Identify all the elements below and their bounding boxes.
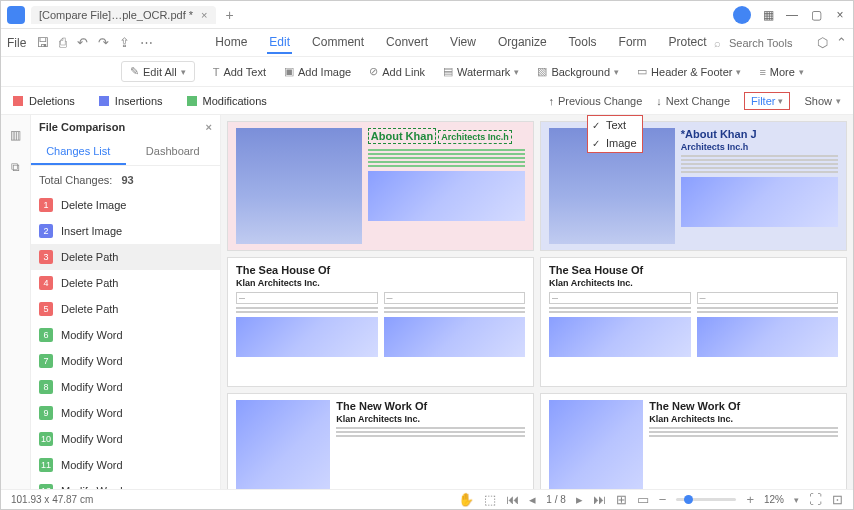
close-tab-icon[interactable]: × [201, 9, 207, 21]
change-number: 10 [39, 432, 53, 446]
building-image [549, 400, 643, 491]
view-mode-icon[interactable]: ▭ [637, 492, 649, 507]
change-item[interactable]: 8Modify Word [31, 374, 220, 400]
background-button[interactable]: ▧Background▾ [537, 65, 619, 78]
building-image [697, 317, 839, 357]
first-page-icon[interactable]: ⏮ [506, 492, 519, 507]
last-page-icon[interactable]: ⏭ [593, 492, 606, 507]
next-page-icon[interactable]: ▸ [576, 492, 583, 507]
redo-icon[interactable]: ↷ [98, 35, 109, 50]
change-item[interactable]: 7Modify Word [31, 348, 220, 374]
change-item[interactable]: 2Insert Image [31, 218, 220, 244]
more-icon[interactable]: ⋯ [140, 35, 153, 50]
change-item[interactable]: 3Delete Path [31, 244, 220, 270]
more-button[interactable]: ≡More▾ [759, 66, 803, 78]
maximize-icon[interactable]: ▢ [809, 8, 823, 22]
legend-modifications: Modifications [187, 95, 267, 107]
menu-protect[interactable]: Protect [667, 32, 709, 54]
fullscreen-icon[interactable]: ⛶ [809, 492, 822, 507]
page-title: The Sea House Of [236, 264, 525, 276]
undo-icon[interactable]: ↶ [77, 35, 88, 50]
page-indicator[interactable]: 1 / 8 [546, 494, 565, 505]
menu-organize[interactable]: Organize [496, 32, 549, 54]
tab-dashboard[interactable]: Dashboard [126, 139, 221, 165]
prev-page-icon[interactable]: ◂ [529, 492, 536, 507]
tab-changes-list[interactable]: Changes List [31, 139, 126, 165]
close-window-icon[interactable]: × [833, 8, 847, 22]
edit-all-button[interactable]: ✎ Edit All ▾ [121, 61, 195, 82]
change-label: Delete Path [61, 277, 118, 289]
expand-icon[interactable]: ⌃ [836, 35, 847, 50]
menu-view[interactable]: View [448, 32, 478, 54]
background-icon: ▧ [537, 65, 547, 78]
search-input[interactable] [729, 37, 809, 49]
deletions-swatch [13, 96, 23, 106]
filter-text-option[interactable]: ✓Text [588, 116, 642, 134]
thumbnails-icon[interactable]: ▥ [6, 125, 26, 145]
add-text-button[interactable]: TAdd Text [213, 66, 266, 78]
zoom-out-icon[interactable]: − [659, 492, 667, 507]
hand-icon[interactable]: ✋ [458, 492, 474, 507]
changes-list[interactable]: 1Delete Image2Insert Image3Delete Path4D… [31, 192, 220, 491]
watermark-button[interactable]: ▤Watermark▾ [443, 65, 519, 78]
cloud-icon[interactable]: ⬡ [817, 35, 828, 50]
menu-convert[interactable]: Convert [384, 32, 430, 54]
change-item[interactable]: 5Delete Path [31, 296, 220, 322]
change-label: Delete Path [61, 303, 118, 315]
next-change-button[interactable]: ↓Next Change [656, 95, 730, 107]
main-menu: Home Edit Comment Convert View Organize … [213, 32, 708, 54]
compare-icon[interactable]: ⧉ [6, 157, 26, 177]
building-image [236, 128, 362, 244]
change-item[interactable]: 11Modify Word [31, 452, 220, 478]
save-icon[interactable]: 🖫 [36, 35, 49, 50]
change-item[interactable]: 6Modify Word [31, 322, 220, 348]
add-image-button[interactable]: ▣Add Image [284, 65, 351, 78]
chevron-down-icon: ▾ [614, 67, 619, 77]
previous-change-button[interactable]: ↑Previous Change [548, 95, 642, 107]
menu-tools[interactable]: Tools [567, 32, 599, 54]
page-content[interactable]: About Khan Architects Inc.h *About Khan … [221, 115, 853, 491]
minimize-icon[interactable]: — [785, 8, 799, 22]
settings-icon[interactable]: ⊡ [832, 492, 843, 507]
slider-thumb[interactable] [684, 495, 693, 504]
zoom-in-icon[interactable]: + [746, 492, 754, 507]
zoom-value[interactable]: 12% [764, 494, 784, 505]
file-menu[interactable]: File [7, 36, 26, 50]
secondary-image [368, 171, 525, 221]
select-icon[interactable]: ⬚ [484, 492, 496, 507]
change-label: Insert Image [61, 225, 122, 237]
zoom-slider[interactable] [676, 498, 736, 501]
change-number: 1 [39, 198, 53, 212]
menu-form[interactable]: Form [617, 32, 649, 54]
print-icon[interactable]: ⎙ [59, 35, 67, 50]
change-number: 6 [39, 328, 53, 342]
filter-image-option[interactable]: ✓Image [588, 134, 642, 152]
change-item[interactable]: 1Delete Image [31, 192, 220, 218]
change-item[interactable]: 4Delete Path [31, 270, 220, 296]
chevron-down-icon: ▾ [736, 67, 741, 77]
add-tab-button[interactable]: + [226, 7, 234, 23]
user-avatar[interactable] [733, 6, 751, 24]
building-image [236, 317, 378, 357]
change-number: 7 [39, 354, 53, 368]
menu-home[interactable]: Home [213, 32, 249, 54]
app-menu-icon[interactable]: ▦ [761, 8, 775, 22]
search-icon[interactable]: ⌕ [714, 37, 721, 49]
document-tab[interactable]: [Compare File]…ple_OCR.pdf * × [31, 6, 216, 24]
filter-button[interactable]: Filter▾ [744, 92, 790, 110]
check-icon: ✓ [592, 138, 602, 149]
page-title: The Sea House Of [549, 264, 838, 276]
header-footer-button[interactable]: ▭Header & Footer▾ [637, 65, 741, 78]
menu-edit[interactable]: Edit [267, 32, 292, 54]
chevron-down-icon: ▾ [836, 96, 841, 106]
chevron-down-icon[interactable]: ▾ [794, 495, 799, 505]
show-button[interactable]: Show▾ [804, 95, 841, 107]
change-item[interactable]: 9Modify Word [31, 400, 220, 426]
share-icon[interactable]: ⇪ [119, 35, 130, 50]
fit-icon[interactable]: ⊞ [616, 492, 627, 507]
menu-comment[interactable]: Comment [310, 32, 366, 54]
page-left-3: The New Work Of Klan Architects Inc. [227, 393, 534, 491]
add-link-button[interactable]: ⊘Add Link [369, 65, 425, 78]
close-panel-icon[interactable]: × [206, 121, 212, 133]
change-item[interactable]: 10Modify Word [31, 426, 220, 452]
